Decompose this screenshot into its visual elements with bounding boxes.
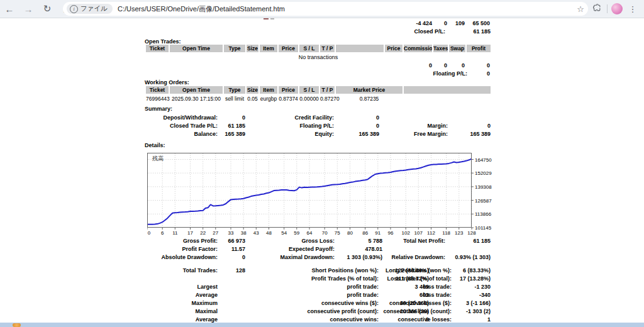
equity-label: Equity: (315, 131, 335, 137)
order-market-price: 0.87235 (336, 95, 402, 103)
deposit-withdrawal-value: 0 (218, 114, 245, 121)
svg-text:123: 123 (455, 230, 464, 236)
chart-legend-balance: 残高 (152, 155, 164, 163)
url-text[interactable]: C:/Users/USER/OneDrive/画像/DetailedStatem… (118, 4, 285, 14)
stats-row: Absolute Drawdown:0 Maximal Drawdown:1 3… (145, 254, 492, 262)
stat-label: consecutive losses: (397, 316, 452, 323)
wo-col-tp: T / P (320, 86, 335, 94)
col-header-size: Size (247, 45, 258, 52)
closed-total-taxes: 0 (444, 20, 447, 26)
balance-chart-svg: 0611172227333843485459647075808691961021… (147, 153, 492, 236)
order-price: 0.87374 (279, 95, 298, 103)
stat-value: 11.57 (218, 246, 245, 252)
stat-label: loss trade: (423, 292, 452, 298)
svg-text:107: 107 (414, 230, 423, 236)
floating-pl-row: Floating P/L:0 (145, 70, 492, 79)
wo-col-item: Item (260, 86, 277, 94)
svg-text:17: 17 (187, 230, 193, 236)
summary-row-2: Closed Trade P/L:61 185 Floating P/L:0 M… (145, 123, 492, 131)
stat-label: consecutive loss (count): (383, 308, 452, 314)
stats-row: Total Trades:128 Short Positions (won %)… (145, 267, 492, 275)
stat-label: consecutive wins ($): (321, 300, 379, 306)
stat-label: Average (196, 316, 218, 323)
open-total-swap: 0 (462, 62, 465, 69)
kebab-menu-icon[interactable]: ⋮ (626, 4, 639, 14)
wo-col-size: Size (247, 86, 258, 94)
address-bar[interactable]: i ファイル C:/Users/USER/OneDrive/画像/Detaile… (63, 2, 588, 16)
order-type: sell limit (224, 95, 245, 103)
floating-pl-value: 0 (467, 70, 490, 77)
stat-value: 128 (218, 267, 245, 274)
balance-value: 165 389 (218, 131, 245, 137)
closed-totals-row: -4 424 0 109 65 500 (145, 20, 492, 28)
profile-avatar[interactable] (611, 3, 623, 14)
back-icon[interactable]: ← (0, 0, 19, 18)
stat-value: 6 (83.33%) (452, 267, 491, 274)
wo-col-type: Type (224, 86, 245, 94)
bookmark-star-icon[interactable]: ☆ (574, 4, 587, 14)
extensions-icon[interactable] (591, 4, 603, 14)
stat-value: 0 (218, 254, 245, 260)
stat-label: Gross Loss: (301, 238, 335, 244)
svg-text:38: 38 (241, 230, 247, 236)
svg-text:6: 6 (161, 230, 164, 236)
svg-text:101145: 101145 (475, 225, 492, 231)
svg-text:128: 128 (467, 230, 476, 236)
stat-label: Maximal (195, 308, 218, 314)
browser-toolbar: ← → ↻ ⌂ i ファイル C:/Users/USER/OneDrive/画像… (0, 0, 644, 18)
wo-col-price: Price (279, 86, 298, 94)
forward-icon[interactable]: → (19, 0, 38, 18)
working-order-row: 76996443 2025.09.30 17:15:00 sell limit … (145, 95, 492, 104)
reload-icon[interactable]: ↻ (38, 0, 57, 18)
stat-label: Total Trades: (183, 267, 218, 274)
file-scheme-label: ファイル (80, 4, 108, 13)
stat-label: Maximum (191, 300, 218, 306)
stat-value: -1 303 (2) (452, 308, 491, 314)
summary-row-3: Balance:165 389 Equity:165 389 Free Marg… (145, 131, 492, 139)
wo-col-open-time: Open Time (170, 86, 223, 94)
stat-value: 66 973 (218, 238, 245, 244)
closed-pl-label: Closed P/L: (414, 28, 445, 35)
svg-text:0: 0 (148, 230, 151, 236)
summary-floating-pl-label: Floating P/L: (300, 123, 335, 129)
svg-text:139308: 139308 (475, 184, 492, 190)
col-header-taxes: Taxes (433, 45, 448, 52)
closed-total-commission: -4 424 (416, 20, 432, 26)
stat-label: Gross Profit: (183, 238, 218, 244)
closed-trade-pl-label: Closed Trade P/L: (170, 123, 218, 129)
open-trades-header: Ticket Open Time Type Size Item Price S … (145, 45, 492, 53)
margin-value: 0 (448, 123, 491, 129)
svg-text:126587: 126587 (475, 198, 492, 204)
col-header-profit: Profit (467, 45, 491, 52)
stat-label: consecutive wins: (330, 316, 379, 323)
taskbar[interactable] (0, 323, 644, 327)
svg-text:22: 22 (200, 230, 206, 236)
stat-value: -340 (452, 292, 491, 298)
svg-text:86: 86 (362, 230, 368, 236)
closed-pl-value: 61 185 (445, 28, 491, 35)
stat-value: 3 (-1 166) (452, 300, 491, 306)
stats-row: Maximal consecutive profit (count):20 36… (145, 308, 492, 316)
file-scheme-chip[interactable]: i ファイル (67, 4, 113, 14)
stat-label: profit trade: (347, 284, 379, 290)
svg-text:54: 54 (281, 230, 287, 236)
summary-row-1: Deposit/Withdrawal:0 Credit Facility:0 (145, 114, 492, 123)
svg-text:152029: 152029 (475, 170, 492, 176)
working-orders-header: Ticket Open Time Type Size Item Price S … (145, 86, 492, 95)
svg-text:48: 48 (266, 230, 272, 236)
wo-col-ticket: Ticket (146, 86, 169, 94)
stat-label: Short Positions (won %): (312, 267, 379, 274)
balance-chart: 0611172227333843485459647075808691961021… (147, 153, 492, 236)
stat-label: Loss trades (% of total): (387, 275, 452, 282)
svg-text:91: 91 (375, 230, 380, 236)
stat-label: Maximal Drawdown: (280, 254, 335, 260)
closed-pl-row: Closed P/L:61 185 (145, 28, 492, 36)
closed-total-swap: 109 (455, 20, 465, 26)
svg-text:96: 96 (388, 230, 394, 236)
balance-label: Balance: (194, 131, 218, 137)
col-header-price: Price (279, 45, 298, 52)
svg-text:64: 64 (307, 230, 313, 236)
order-size: 0.05 (247, 95, 258, 103)
order-sl: 0.00000 (299, 95, 319, 103)
free-margin-label: Free Margin: (414, 131, 448, 137)
